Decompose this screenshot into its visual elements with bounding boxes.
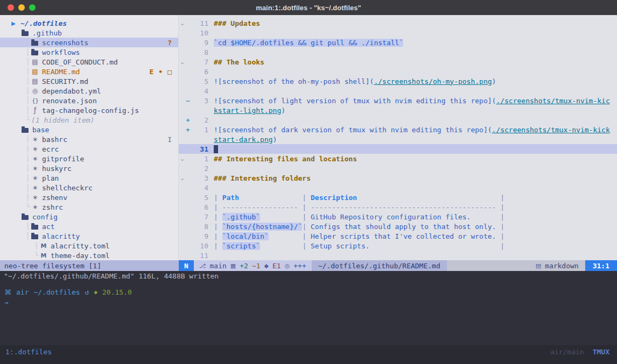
line-content: | `hosts/{hostname}/`| Configs that shou… xyxy=(214,223,504,231)
tree-item-label: ecrc xyxy=(42,145,59,153)
tree-item-bashrc[interactable]: │∗bashrcI xyxy=(0,134,178,144)
editor-line[interactable]: 5| Path | Description | xyxy=(179,192,617,202)
tree-guide: │ xyxy=(26,135,31,143)
tree-item-plan[interactable]: │∗plan xyxy=(0,173,178,183)
prompt-arrow-icon: → xyxy=(0,298,617,306)
tree-item-shellcheckrc[interactable]: │∗shellcheckrc xyxy=(0,183,178,192)
line-number: 1 xyxy=(192,126,208,134)
editor-line[interactable]: 6| ------------------ | ----------------… xyxy=(179,202,617,212)
tree-guide: │ xyxy=(26,77,31,85)
tree-item-readme.md[interactable]: │▤README.mdE•□ xyxy=(0,67,178,76)
tree-item-workflows[interactable]: │workflows xyxy=(0,47,178,57)
tree-item-label: theme-day.toml xyxy=(51,252,110,260)
line-content: start-dark.png) xyxy=(214,135,277,144)
text-segment: `.github` xyxy=(222,213,260,221)
shell-file-icon: ∗ xyxy=(31,174,39,182)
editor-line[interactable]: 11 xyxy=(179,251,617,260)
editor-line[interactable]: 10| `scripts` | Setup scripts. | xyxy=(179,241,617,251)
line-number: 10 xyxy=(192,242,208,250)
editor-line[interactable]: start-dark.png) xyxy=(179,134,617,144)
tree-item-dependabot.yml[interactable]: │◎dependabot.yml xyxy=(0,86,178,96)
line-number: 4 xyxy=(192,87,208,95)
text-segment: ![screenshot of light version of tmux wi… xyxy=(214,97,496,105)
editor-line[interactable]: ~3![screenshot of light version of tmux … xyxy=(179,96,617,105)
markdown-link: ./screenshots/tmux-nvim-kick xyxy=(492,126,610,134)
tree-guide: │ xyxy=(26,145,31,153)
editor-line[interactable]: +1![screenshot of dark version of tmux w… xyxy=(179,125,617,134)
tree-item-huskyrc[interactable]: │∗huskyrc xyxy=(0,163,178,173)
tree-item-label: alacritty xyxy=(42,232,80,240)
minimize-button[interactable] xyxy=(18,4,25,11)
status-row: neo-tree filesystem [1] N ⎇ main ▦ +2 ~1… xyxy=(0,260,617,271)
tree-item-base[interactable]: base xyxy=(0,125,178,134)
tree-item-theme-day.toml[interactable]: └Mtheme-day.toml xyxy=(0,251,178,260)
tree-item-ecrc[interactable]: │∗ecrc xyxy=(0,144,178,154)
tree-guide: │ xyxy=(26,184,31,191)
tmux-window-label[interactable]: 1:.dotfiles xyxy=(5,348,52,356)
editor-line[interactable]: 8| `hosts/{hostname}/`| Configs that sho… xyxy=(179,222,617,231)
tree-item-gitprofile[interactable]: │∗gitprofile xyxy=(0,154,178,163)
tree-item-alacritty[interactable]: │alacritty xyxy=(0,231,178,241)
branch-icon: ⎇ xyxy=(199,262,206,269)
tree-guide: │ xyxy=(34,242,40,249)
tree-item-alacritty.toml[interactable]: │Malacritty.toml xyxy=(0,241,178,251)
editor-line[interactable]: 5![screenshot of the oh-my-posh shell](.… xyxy=(179,76,617,86)
editor-line[interactable]: ⌄3### Interesting folders xyxy=(179,173,617,183)
shell-area[interactable]: ⌘ air ~/.dotfiles ↺ ◆ 20.15.0 → xyxy=(0,281,617,306)
line-number: 2 xyxy=(192,165,208,173)
editor-line[interactable]: ⌄1## Interesting files and locations xyxy=(179,154,617,163)
tree-item-.github[interactable]: .github xyxy=(0,28,178,38)
editor-line[interactable]: 6 xyxy=(179,67,617,76)
text-segment: | xyxy=(214,242,222,250)
tree-item-tag-changelog-config.js[interactable]: │ƒtag-changelog-config.js xyxy=(0,105,178,115)
zoom-button[interactable] xyxy=(29,4,36,11)
editor-buffer[interactable]: ⌄11### Updates109`cd $HOME/.dotfiles && … xyxy=(179,15,617,260)
mode-indicator: N xyxy=(179,260,194,271)
editor-line[interactable]: kstart-light.png) xyxy=(179,105,617,115)
line-content: ![screenshot of light version of tmux wi… xyxy=(214,97,610,105)
tree-item-security.md[interactable]: │▤SECURITY.md xyxy=(0,76,178,86)
tree-item-code-of-conduct.md[interactable]: │▤CODE_OF_CONDUCT.md xyxy=(0,57,178,67)
editor-line[interactable]: ⌄7## The looks xyxy=(179,57,617,67)
line-content: ### Updates xyxy=(214,19,260,27)
text-segment: | xyxy=(357,194,504,202)
window-title: main:1:.dotfiles - "ks~/.dotfiles" xyxy=(0,4,617,12)
tree-guide: │ xyxy=(26,223,31,230)
shell-file-icon: ∗ xyxy=(31,135,39,143)
tree-item-zshenv[interactable]: │∗zshenv xyxy=(0,192,178,202)
tree-item-badges: ? xyxy=(167,39,178,47)
tree-item-~-.dotfiles[interactable]: ▶~/.dotfiles xyxy=(0,18,178,28)
line-number: 5 xyxy=(192,77,208,85)
editor-line[interactable]: +2 xyxy=(179,115,617,125)
text-segment: | xyxy=(471,213,504,221)
editor-line[interactable]: 4 xyxy=(179,86,617,96)
git-sign-icon: + xyxy=(186,126,192,134)
tree-item-screenshots[interactable]: │screenshots? xyxy=(0,38,178,47)
editor-line[interactable]: 10 xyxy=(179,28,617,38)
close-button[interactable] xyxy=(8,4,14,11)
editor-line[interactable]: 9`cd $HOME/.dotfiles && git pull && ./in… xyxy=(179,38,617,47)
tree-guide: │ xyxy=(26,39,31,46)
editor-line-current[interactable]: 31 xyxy=(179,144,617,154)
line-number: 6 xyxy=(192,203,208,211)
text-segment: `cd $HOME/.dotfiles && git pull && ./ins… xyxy=(214,39,403,47)
editor-line[interactable]: 4 xyxy=(179,183,617,192)
line-number: 3 xyxy=(192,97,208,105)
tree-item-label: bashrc xyxy=(42,135,67,144)
tree-item-act[interactable]: │act xyxy=(0,222,178,231)
titlebar[interactable]: main:1:.dotfiles - "ks~/.dotfiles" xyxy=(0,0,617,15)
editor-line[interactable]: 7| `.github` | GitHub Repository configu… xyxy=(179,212,617,222)
tree-item-renovate.json[interactable]: │{}renovate.json xyxy=(0,96,178,105)
editor-line[interactable]: 2 xyxy=(179,163,617,173)
tree-item-config[interactable]: config xyxy=(0,212,178,222)
filetype-icon: ▤ xyxy=(536,262,541,269)
text-segment: ) xyxy=(273,135,277,144)
folder-open-icon: ▶ xyxy=(10,20,17,26)
editor-line[interactable]: 8 xyxy=(179,47,617,57)
editor-line[interactable]: 9| `local/bin` | Helper scripts that I'v… xyxy=(179,231,617,241)
tree-item--1-hidden-item-[interactable]: └(1 hidden item) xyxy=(0,115,178,125)
tree-guide: │ xyxy=(26,97,31,104)
text-segment: | xyxy=(214,194,222,202)
editor-line[interactable]: ⌄11### Updates xyxy=(179,18,617,28)
tree-item-zshrc[interactable]: └∗zshrc xyxy=(0,202,178,212)
